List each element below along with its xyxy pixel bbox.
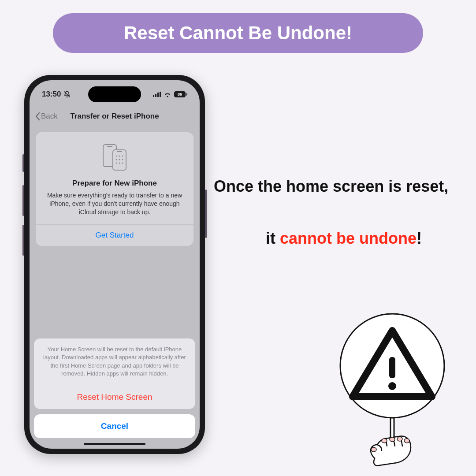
svg-point-22 xyxy=(382,439,387,443)
caption-emphasis: cannot be undone xyxy=(280,229,416,247)
phone-mockup: 13:50 xyxy=(24,75,205,454)
svg-point-15 xyxy=(116,163,117,164)
phone-side-button xyxy=(22,154,24,172)
cellular-signal-icon xyxy=(153,92,161,97)
devices-icon xyxy=(42,143,187,171)
back-button[interactable]: Back xyxy=(35,112,58,121)
svg-point-26 xyxy=(371,447,376,452)
svg-rect-2 xyxy=(155,94,156,97)
svg-point-20 xyxy=(388,382,396,390)
prepare-card: Prepare for New iPhone Make sure everyth… xyxy=(36,132,193,246)
status-left: 13:50 xyxy=(42,90,71,99)
caption-line-2: it cannot be undone! xyxy=(220,229,467,248)
phone-screen: 13:50 xyxy=(30,80,200,449)
caption-prefix: it xyxy=(266,229,280,247)
status-right: 86 xyxy=(153,91,187,97)
chevron-left-icon xyxy=(35,112,40,121)
warning-illustration xyxy=(309,309,450,467)
svg-point-16 xyxy=(119,163,120,164)
status-time: 13:50 xyxy=(42,90,61,99)
battery-cap xyxy=(186,93,187,96)
svg-point-24 xyxy=(397,437,402,441)
silent-mode-icon xyxy=(63,91,71,98)
svg-rect-3 xyxy=(157,93,159,97)
svg-point-23 xyxy=(390,437,395,442)
card-title: Prepare for New iPhone xyxy=(42,179,187,188)
action-sheet-message: Your Home Screen will be reset to the de… xyxy=(34,338,195,385)
wifi-icon xyxy=(164,92,171,97)
back-label: Back xyxy=(41,112,58,121)
navigation-bar: Back Transfer or Reset iPhone xyxy=(30,107,200,126)
banner-text: Reset Cannot Be Undone! xyxy=(124,22,352,44)
banner: Reset Cannot Be Undone! xyxy=(53,13,423,53)
get-started-button[interactable]: Get Started xyxy=(42,225,187,246)
svg-rect-19 xyxy=(389,357,395,378)
phone-side-button xyxy=(22,185,24,216)
phone-side-button xyxy=(22,225,24,256)
nav-title: Transfer or Reset iPhone xyxy=(70,112,159,121)
card-body: Make sure everything's ready to transfer… xyxy=(42,191,187,224)
battery-level: 86 xyxy=(174,91,186,97)
action-sheet: Your Home Screen will be reset to the de… xyxy=(34,338,195,409)
svg-point-11 xyxy=(122,156,123,157)
caption-line-1: Once the home screen is reset, xyxy=(214,176,465,197)
svg-rect-1 xyxy=(153,95,154,97)
reset-home-screen-button[interactable]: Reset Home Screen xyxy=(34,385,195,409)
caption-suffix: ! xyxy=(416,229,422,247)
svg-rect-4 xyxy=(160,92,161,97)
svg-point-13 xyxy=(119,159,120,160)
svg-point-14 xyxy=(122,159,123,160)
svg-point-9 xyxy=(116,156,117,157)
svg-point-25 xyxy=(404,439,409,443)
home-indicator xyxy=(84,443,145,445)
svg-point-12 xyxy=(116,159,117,160)
phone-side-button xyxy=(205,190,207,238)
svg-point-10 xyxy=(119,156,120,157)
battery-icon: 86 xyxy=(174,91,187,97)
cancel-button[interactable]: Cancel xyxy=(34,414,195,438)
svg-point-17 xyxy=(122,163,123,164)
dynamic-island xyxy=(88,86,141,102)
